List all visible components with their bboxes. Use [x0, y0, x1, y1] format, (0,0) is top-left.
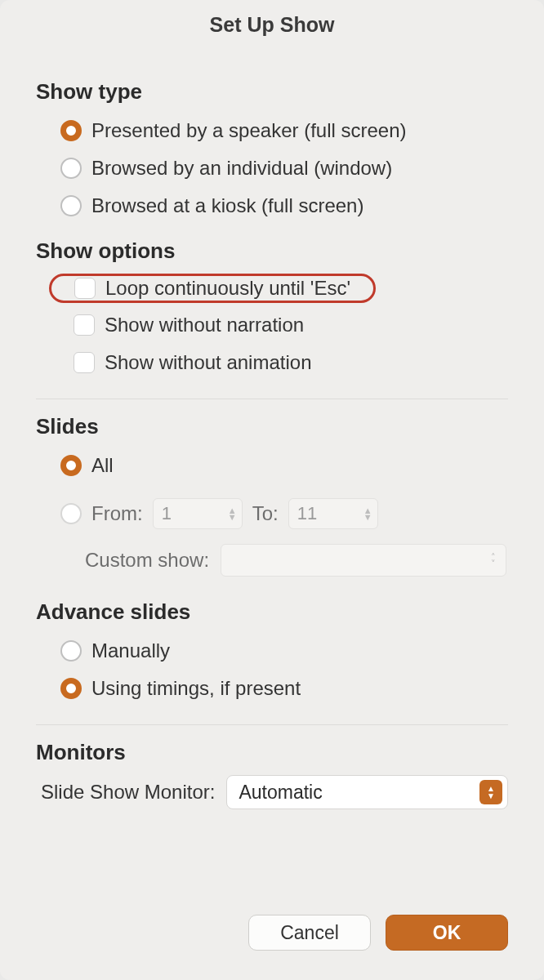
setup-show-dialog: Set Up Show Show type Presented by a spe… — [0, 0, 544, 980]
ok-button[interactable]: OK — [386, 915, 508, 951]
monitor-select-row: Slide Show Monitor: Automatic ▲▼ — [41, 775, 508, 809]
dialog-footer: Cancel OK — [0, 915, 544, 980]
from-stepper[interactable]: 1 ▲▼ — [153, 498, 243, 529]
section-show-type: Show type — [36, 79, 508, 105]
section-monitors: Monitors — [36, 740, 508, 765]
radio-advance-manually[interactable]: Manually — [60, 635, 508, 667]
from-value: 1 — [162, 503, 172, 524]
checkbox-row-no-narration[interactable]: Show without narration — [74, 309, 508, 341]
custom-show-label: Custom show: — [85, 549, 209, 572]
section-advance: Advance slides — [36, 599, 508, 625]
to-stepper[interactable]: 11 ▲▼ — [288, 498, 378, 529]
radio-icon — [60, 158, 82, 179]
stepper-icon: ▲▼ — [363, 507, 372, 520]
dialog-content: Show type Presented by a speaker (full s… — [0, 45, 544, 915]
radio-icon — [60, 120, 82, 141]
checkbox-label: Loop continuously until 'Esc' — [105, 277, 350, 300]
checkbox-loop[interactable] — [74, 278, 96, 299]
from-label: From: — [91, 502, 143, 525]
separator — [36, 724, 508, 725]
checkbox-no-animation — [74, 352, 95, 373]
checkbox-no-narration — [74, 314, 95, 336]
to-value: 11 — [297, 503, 317, 524]
section-slides: Slides — [36, 414, 508, 439]
radio-advance-timings[interactable]: Using timings, if present — [60, 672, 508, 705]
custom-show-select[interactable]: ˄˅ — [221, 544, 506, 577]
radio-label: Manually — [91, 639, 170, 662]
radio-label: All — [91, 454, 114, 477]
radio-slides-from[interactable]: From: 1 ▲▼ To: 11 ▲▼ — [60, 498, 508, 529]
monitor-value: Automatic — [239, 782, 322, 804]
to-label: To: — [252, 502, 279, 525]
separator — [36, 399, 508, 399]
dialog-title: Set Up Show — [0, 0, 544, 45]
radio-browsed-individual[interactable]: Browsed by an individual (window) — [60, 152, 508, 185]
checkbox-label: Show without narration — [105, 314, 304, 336]
radio-label: Presented by a speaker (full screen) — [91, 119, 407, 142]
monitor-select[interactable]: Automatic ▲▼ — [226, 775, 508, 809]
radio-icon — [60, 195, 82, 216]
chevron-updown-icon: ▲▼ — [479, 780, 502, 804]
section-show-options: Show options — [36, 238, 508, 264]
checkbox-label: Show without animation — [105, 351, 311, 374]
radio-slides-all[interactable]: All — [60, 449, 508, 482]
chevron-updown-icon: ˄˅ — [491, 554, 496, 567]
custom-show-row: Custom show: ˄˅ — [85, 544, 508, 577]
radio-icon — [60, 678, 82, 699]
radio-icon — [60, 503, 82, 524]
radio-label: Using timings, if present — [91, 677, 301, 700]
radio-browsed-kiosk[interactable]: Browsed at a kiosk (full screen) — [60, 189, 508, 222]
monitor-label: Slide Show Monitor: — [41, 781, 215, 804]
radio-presented-speaker[interactable]: Presented by a speaker (full screen) — [60, 114, 508, 147]
radio-icon — [60, 455, 82, 476]
cancel-button[interactable]: Cancel — [248, 915, 371, 951]
radio-label: Browsed by an individual (window) — [91, 157, 392, 180]
radio-label: Browsed at a kiosk (full screen) — [91, 194, 363, 217]
checkbox-row-no-animation[interactable]: Show without animation — [74, 346, 508, 379]
radio-icon — [60, 640, 82, 662]
stepper-icon: ▲▼ — [228, 507, 237, 520]
highlight-loop-option: Loop continuously until 'Esc' — [49, 274, 376, 303]
